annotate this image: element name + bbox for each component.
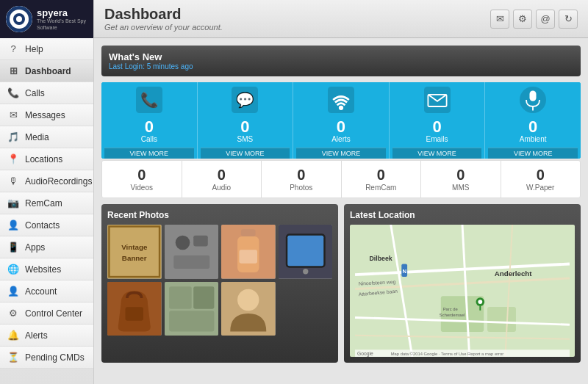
sidebar-item-contacts[interactable]: 👤 Contacts <box>0 214 93 236</box>
stat-emails: 0 Emails VIEW MORE <box>390 82 486 159</box>
svg-rect-13 <box>530 90 537 101</box>
svg-text:Google: Google <box>357 351 373 357</box>
photo-thumb-1[interactable]: VintageBanner <box>107 225 162 279</box>
videos-sec-label: Videos <box>131 184 153 192</box>
last-login-text: Last Login: 5 minutes ago <box>109 62 573 70</box>
videos-sec-value: 0 <box>137 167 146 184</box>
view-more-alerts[interactable]: VIEW MORE <box>296 148 386 159</box>
whats-new-title: What's New <box>109 51 573 62</box>
sidebar-nav: ? Help ⊞ Dashboard 📞 Calls ✉ Messages 🎵 … <box>0 38 93 369</box>
sidebar-item-audiorecordings[interactable]: 🎙 AudioRecordings <box>0 170 93 192</box>
view-more-emails[interactable]: VIEW MORE <box>392 148 482 159</box>
photo-thumb-7[interactable] <box>221 282 276 336</box>
sidebar-label-calls: Calls <box>25 88 45 98</box>
pendingcmds-icon: ⏳ <box>7 352 19 363</box>
sidebar-item-websites[interactable]: 🌐 Websites <box>0 258 93 280</box>
at-icon-btn[interactable]: @ <box>536 10 555 29</box>
photo-grid: VintageBanner <box>107 225 332 336</box>
sec-stat-videos: 0 Videos <box>102 161 182 198</box>
header-actions: ✉ ⚙ @ ↻ <box>490 10 578 29</box>
sidebar-item-calls[interactable]: 📞 Calls <box>0 82 93 104</box>
ambient-label: Ambient <box>520 135 547 143</box>
remcam-sec-value: 0 <box>377 167 385 184</box>
view-more-ambient[interactable]: VIEW MORE <box>488 148 578 159</box>
sms-icon: 💬 <box>232 87 258 117</box>
logo-name: spyera <box>37 7 87 19</box>
media-icon: 🎵 <box>7 131 19 142</box>
sidebar-label-locations: Locations <box>25 154 62 164</box>
sec-stat-audio: 0 Audio <box>182 161 262 198</box>
sidebar-item-locations[interactable]: 📍 Locations <box>0 148 93 170</box>
page-subtitle: Get an overview of your account. <box>104 23 223 32</box>
last-login-time: 5 minutes ago <box>147 62 193 70</box>
stat-sms: 💬 0 SMS VIEW MORE <box>198 82 294 159</box>
calls-icon: 📞 <box>136 87 162 117</box>
sidebar-item-alerts[interactable]: 🔔 Alerts <box>0 325 93 347</box>
primary-stats-row: 📞 0 Calls VIEW MORE 💬 0 SMS VIEW MORE 0 … <box>101 82 581 159</box>
photo-thumb-3[interactable] <box>221 225 276 279</box>
svg-point-20 <box>175 236 190 250</box>
view-more-sms[interactable]: VIEW MORE <box>201 148 290 159</box>
svg-text:💬: 💬 <box>236 91 254 109</box>
photo-thumb-4[interactable] <box>279 225 333 279</box>
photo-thumb-2[interactable] <box>165 225 219 279</box>
sidebar-item-help[interactable]: ? Help <box>0 38 93 60</box>
page-title: Dashboard <box>104 6 223 23</box>
sms-label: SMS <box>237 135 254 143</box>
gear-icon-btn[interactable]: ⚙ <box>513 10 532 29</box>
audiorecordings-icon: 🎙 <box>7 175 19 186</box>
svg-rect-41 <box>487 307 516 332</box>
sec-stat-photos: 0 Photos <box>262 161 342 198</box>
sms-value: 0 <box>240 119 249 135</box>
sidebar-item-dashboard[interactable]: ⊞ Dashboard <box>0 60 93 82</box>
latest-location-box: Latest Location <box>344 204 581 363</box>
email-icon-btn[interactable]: ✉ <box>490 10 509 29</box>
sidebar-item-messages[interactable]: ✉ Messages <box>0 104 93 126</box>
svg-rect-24 <box>241 229 256 236</box>
latest-location-title: Latest Location <box>350 210 575 220</box>
sidebar-item-pendingcmds[interactable]: ⏳ Pending CMDs <box>0 347 93 369</box>
dashboard-icon: ⊞ <box>7 65 19 76</box>
sidebar-item-account[interactable]: 👤 Account <box>0 280 93 303</box>
emails-icon <box>424 87 451 117</box>
recent-photos-title: Recent Photos <box>107 210 332 220</box>
svg-rect-29 <box>287 236 323 267</box>
view-more-calls[interactable]: VIEW MORE <box>104 148 194 159</box>
svg-text:N: N <box>402 268 406 275</box>
svg-rect-21 <box>193 236 208 247</box>
sidebar-item-apps[interactable]: 📱 Apps <box>0 236 93 258</box>
photos-sec-label: Photos <box>290 184 312 192</box>
audio-sec-value: 0 <box>218 167 226 184</box>
emails-label: Emails <box>426 135 448 143</box>
audio-sec-label: Audio <box>212 184 231 192</box>
mms-sec-label: MMS <box>452 184 469 192</box>
svg-rect-32 <box>126 307 144 320</box>
alerts-icon: 🔔 <box>7 330 19 341</box>
logo-area: spyera The World's Best Spy Software <box>0 0 93 38</box>
last-login-label: Last Login: <box>109 62 145 70</box>
svg-text:Banner: Banner <box>122 254 147 262</box>
stat-alerts: 0 Alerts VIEW MORE <box>293 82 390 159</box>
sidebar-item-remcam[interactable]: 📷 RemCam <box>0 192 93 214</box>
photo-thumb-6[interactable] <box>165 282 219 336</box>
account-icon: 👤 <box>7 286 19 297</box>
sidebar-label-contacts: Contacts <box>25 220 60 231</box>
svg-text:Dilbeek: Dilbeek <box>370 255 392 262</box>
page-header: Dashboard Get an overview of your accoun… <box>94 0 588 38</box>
ambient-icon <box>520 87 546 117</box>
photo-thumb-5[interactable] <box>107 282 162 336</box>
recent-photos-box: Recent Photos VintageBanner <box>101 204 338 363</box>
controlcenter-icon: ⚙ <box>7 308 19 319</box>
svg-text:Anderlecht: Anderlecht <box>495 269 533 278</box>
sidebar-item-media[interactable]: 🎵 Media <box>0 126 93 148</box>
main-content: Dashboard Get an overview of your accoun… <box>94 0 588 384</box>
refresh-icon-btn[interactable]: ↻ <box>559 10 578 29</box>
svg-rect-26 <box>240 250 258 263</box>
svg-text:Parc de: Parc de <box>443 307 458 311</box>
alerts-icon <box>328 87 354 117</box>
sidebar-item-controlcenter[interactable]: ⚙ Control Center <box>0 303 93 325</box>
whats-new-box: What's New Last Login: 5 minutes ago <box>101 46 581 76</box>
photos-sec-value: 0 <box>297 167 305 184</box>
calls-value: 0 <box>145 119 154 135</box>
sidebar-label-apps: Apps <box>25 242 45 253</box>
